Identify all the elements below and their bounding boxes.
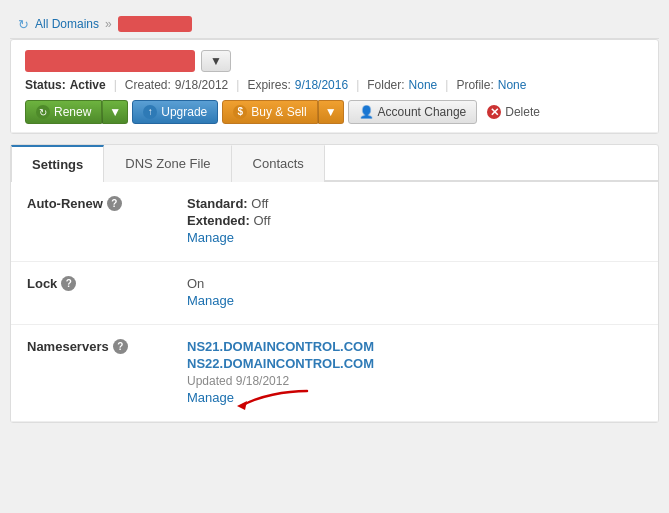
account-icon: 👤 bbox=[359, 105, 374, 119]
lock-manage-link[interactable]: Manage bbox=[187, 293, 234, 308]
ns1-line: NS21.DOMAINCONTROL.COM bbox=[187, 339, 642, 354]
svg-marker-0 bbox=[237, 401, 247, 410]
ns2-value: NS22.DOMAINCONTROL.COM bbox=[187, 356, 374, 371]
nameservers-row: Nameservers ? NS21.DOMAINCONTROL.COM NS2… bbox=[11, 325, 658, 422]
ns2-line: NS22.DOMAINCONTROL.COM bbox=[187, 356, 642, 371]
auto-renew-row: Auto-Renew ? Standard: Off Extended: Off… bbox=[11, 182, 658, 262]
nameservers-info-icon[interactable]: ? bbox=[113, 339, 128, 354]
divider-2: | bbox=[236, 78, 239, 92]
domain-title bbox=[25, 50, 195, 72]
action-buttons: Renew ▼ ↑ Upgrade $ Buy & Sell ▼ bbox=[25, 100, 644, 124]
auto-renew-value: Standard: Off Extended: Off Manage bbox=[187, 196, 642, 247]
nameservers-value: NS21.DOMAINCONTROL.COM NS22.DOMAINCONTRO… bbox=[187, 339, 642, 407]
upgrade-label: Upgrade bbox=[161, 105, 207, 119]
account-change-label: Account Change bbox=[378, 105, 467, 119]
expires-label: Expires: bbox=[247, 78, 290, 92]
delete-label: Delete bbox=[505, 105, 540, 119]
lock-manage-line: Manage bbox=[187, 293, 642, 308]
lock-status-line: On bbox=[187, 276, 642, 291]
profile-link[interactable]: None bbox=[498, 78, 527, 92]
folder-link[interactable]: None bbox=[409, 78, 438, 92]
breadcrumb-separator: » bbox=[105, 17, 112, 31]
buy-sell-icon: $ bbox=[233, 105, 247, 119]
created-label: Created: bbox=[125, 78, 171, 92]
standard-label: Standard: bbox=[187, 196, 248, 211]
lock-label-text: Lock bbox=[27, 276, 57, 291]
renew-icon bbox=[36, 105, 50, 119]
renew-dropdown-button[interactable]: ▼ bbox=[102, 100, 128, 124]
extended-label: Extended: bbox=[187, 213, 250, 228]
tabs-section: Settings DNS Zone File Contacts Auto-Ren… bbox=[10, 144, 659, 423]
nameservers-manage-link[interactable]: Manage bbox=[187, 390, 234, 405]
account-change-button[interactable]: 👤 Account Change bbox=[348, 100, 478, 124]
tab-settings[interactable]: Settings bbox=[11, 145, 104, 182]
buy-sell-dropdown-button[interactable]: ▼ bbox=[318, 100, 344, 124]
renew-btn-group: Renew ▼ bbox=[25, 100, 128, 124]
lock-row: Lock ? On Manage bbox=[11, 262, 658, 325]
all-domains-link[interactable]: All Domains bbox=[35, 17, 99, 31]
status-value: Active bbox=[70, 78, 106, 92]
folder-label: Folder: bbox=[367, 78, 404, 92]
buy-sell-btn-group: $ Buy & Sell ▼ bbox=[222, 100, 343, 124]
renew-button[interactable]: Renew bbox=[25, 100, 102, 124]
auto-renew-manage-link[interactable]: Manage bbox=[187, 230, 234, 245]
delete-button[interactable]: ✕ Delete bbox=[481, 101, 546, 123]
divider-4: | bbox=[445, 78, 448, 92]
profile-label: Profile: bbox=[456, 78, 493, 92]
nameservers-label: Nameservers ? bbox=[27, 339, 187, 354]
divider-1: | bbox=[114, 78, 117, 92]
domain-header: ▼ Status: Active | Created: 9/18/2012 | … bbox=[11, 40, 658, 133]
buy-sell-label: Buy & Sell bbox=[251, 105, 306, 119]
tab-content: Auto-Renew ? Standard: Off Extended: Off… bbox=[11, 182, 658, 422]
extended-value: Off bbox=[253, 213, 270, 228]
refresh-icon[interactable]: ↻ bbox=[18, 17, 29, 32]
upgrade-button[interactable]: ↑ Upgrade bbox=[132, 100, 218, 124]
standard-line: Standard: Off bbox=[187, 196, 642, 211]
extended-line: Extended: Off bbox=[187, 213, 642, 228]
buy-sell-button[interactable]: $ Buy & Sell bbox=[222, 100, 317, 124]
domain-card: ▼ Status: Active | Created: 9/18/2012 | … bbox=[10, 39, 659, 134]
tab-contacts[interactable]: Contacts bbox=[232, 145, 325, 182]
lock-info-icon[interactable]: ? bbox=[61, 276, 76, 291]
expires-link[interactable]: 9/18/2016 bbox=[295, 78, 348, 92]
domain-dropdown-button[interactable]: ▼ bbox=[201, 50, 231, 72]
auto-renew-manage-line: Manage bbox=[187, 230, 642, 245]
delete-icon: ✕ bbox=[487, 105, 501, 119]
tab-dns[interactable]: DNS Zone File bbox=[104, 145, 231, 182]
lock-status: On bbox=[187, 276, 204, 291]
domain-title-row: ▼ bbox=[25, 50, 644, 72]
created-value: 9/18/2012 bbox=[175, 78, 228, 92]
ns1-value: NS21.DOMAINCONTROL.COM bbox=[187, 339, 374, 354]
red-arrow-annotation bbox=[237, 386, 317, 416]
status-row: Status: Active | Created: 9/18/2012 | Ex… bbox=[25, 78, 644, 92]
lock-value: On Manage bbox=[187, 276, 642, 310]
nameservers-label-text: Nameservers bbox=[27, 339, 109, 354]
tabs-header: Settings DNS Zone File Contacts bbox=[11, 145, 658, 182]
divider-3: | bbox=[356, 78, 359, 92]
renew-label: Renew bbox=[54, 105, 91, 119]
upgrade-icon: ↑ bbox=[143, 105, 157, 119]
status-label: Status: bbox=[25, 78, 66, 92]
breadcrumb-bar: ↻ All Domains » bbox=[10, 10, 659, 39]
standard-value: Off bbox=[251, 196, 268, 211]
current-domain bbox=[118, 16, 193, 32]
lock-label: Lock ? bbox=[27, 276, 187, 291]
auto-renew-label: Auto-Renew ? bbox=[27, 196, 187, 211]
auto-renew-info-icon[interactable]: ? bbox=[107, 196, 122, 211]
auto-renew-label-text: Auto-Renew bbox=[27, 196, 103, 211]
ns-manage-line: Manage bbox=[187, 390, 234, 405]
